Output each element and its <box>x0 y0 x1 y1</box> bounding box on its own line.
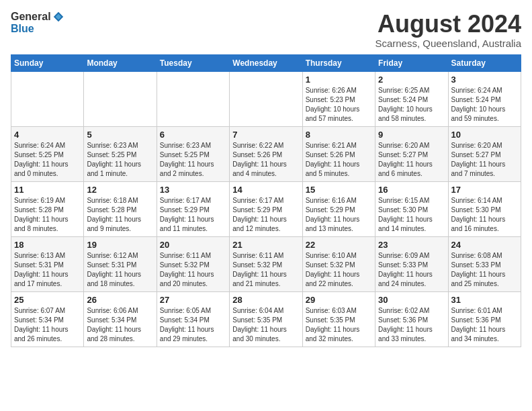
day-number: 18 <box>14 240 81 250</box>
day-info: Sunrise: 6:16 AM Sunset: 5:29 PM Dayligh… <box>306 196 372 234</box>
day-number: 15 <box>306 185 372 195</box>
weekday-header: Monday <box>84 54 157 71</box>
day-info: Sunrise: 6:23 AM Sunset: 5:25 PM Dayligh… <box>160 141 226 179</box>
calendar-cell: 4Sunrise: 6:24 AM Sunset: 5:25 PM Daylig… <box>11 126 84 181</box>
calendar-week-row: 11Sunrise: 6:19 AM Sunset: 5:28 PM Dayli… <box>11 181 521 236</box>
calendar-cell: 25Sunrise: 6:07 AM Sunset: 5:34 PM Dayli… <box>11 291 84 347</box>
day-info: Sunrise: 6:26 AM Sunset: 5:23 PM Dayligh… <box>306 86 372 124</box>
day-number: 27 <box>160 295 226 305</box>
day-number: 25 <box>14 295 81 305</box>
day-number: 3 <box>451 75 518 85</box>
logo: General Blue <box>11 11 64 35</box>
calendar-cell: 15Sunrise: 6:16 AM Sunset: 5:29 PM Dayli… <box>302 181 375 236</box>
day-number: 17 <box>451 185 518 195</box>
month-year: August 2024 <box>375 11 521 38</box>
day-number: 14 <box>232 185 299 195</box>
day-number: 13 <box>160 185 226 195</box>
calendar-cell: 24Sunrise: 6:08 AM Sunset: 5:33 PM Dayli… <box>448 236 521 291</box>
weekday-header: Saturday <box>448 54 521 71</box>
day-number: 8 <box>306 130 372 140</box>
day-number: 2 <box>378 75 445 85</box>
day-number: 16 <box>378 185 445 195</box>
day-info: Sunrise: 6:23 AM Sunset: 5:25 PM Dayligh… <box>87 141 153 179</box>
weekday-header: Tuesday <box>157 54 229 71</box>
calendar-cell: 2Sunrise: 6:25 AM Sunset: 5:24 PM Daylig… <box>375 71 448 126</box>
weekday-header: Friday <box>375 54 448 71</box>
day-info: Sunrise: 6:15 AM Sunset: 5:30 PM Dayligh… <box>378 196 445 234</box>
day-number: 22 <box>306 240 372 250</box>
day-info: Sunrise: 6:10 AM Sunset: 5:32 PM Dayligh… <box>306 251 372 289</box>
calendar-cell: 21Sunrise: 6:11 AM Sunset: 5:32 PM Dayli… <box>230 236 302 291</box>
calendar-cell: 22Sunrise: 6:10 AM Sunset: 5:32 PM Dayli… <box>302 236 375 291</box>
day-info: Sunrise: 6:18 AM Sunset: 5:28 PM Dayligh… <box>87 196 153 234</box>
day-number: 29 <box>306 295 372 305</box>
day-info: Sunrise: 6:21 AM Sunset: 5:26 PM Dayligh… <box>306 141 372 179</box>
day-info: Sunrise: 6:22 AM Sunset: 5:26 PM Dayligh… <box>232 141 299 179</box>
logo-blue: Blue <box>11 23 34 35</box>
calendar-week-row: 1Sunrise: 6:26 AM Sunset: 5:23 PM Daylig… <box>11 71 521 126</box>
day-info: Sunrise: 6:07 AM Sunset: 5:34 PM Dayligh… <box>14 306 81 344</box>
calendar-cell: 18Sunrise: 6:13 AM Sunset: 5:31 PM Dayli… <box>11 236 84 291</box>
day-number: 24 <box>451 240 518 250</box>
day-info: Sunrise: 6:20 AM Sunset: 5:27 PM Dayligh… <box>451 141 518 179</box>
day-info: Sunrise: 6:17 AM Sunset: 5:29 PM Dayligh… <box>160 196 226 234</box>
day-info: Sunrise: 6:03 AM Sunset: 5:35 PM Dayligh… <box>306 306 372 344</box>
day-info: Sunrise: 6:13 AM Sunset: 5:31 PM Dayligh… <box>14 251 81 289</box>
calendar-cell: 30Sunrise: 6:02 AM Sunset: 5:36 PM Dayli… <box>375 291 448 347</box>
calendar-week-row: 4Sunrise: 6:24 AM Sunset: 5:25 PM Daylig… <box>11 126 521 181</box>
day-info: Sunrise: 6:09 AM Sunset: 5:33 PM Dayligh… <box>378 251 445 289</box>
day-info: Sunrise: 6:04 AM Sunset: 5:35 PM Dayligh… <box>232 306 299 344</box>
calendar-cell: 16Sunrise: 6:15 AM Sunset: 5:30 PM Dayli… <box>375 181 448 236</box>
calendar-table: SundayMondayTuesdayWednesdayThursdayFrid… <box>11 54 521 347</box>
day-number: 20 <box>160 240 226 250</box>
weekday-header: Thursday <box>302 54 375 71</box>
weekday-header: Sunday <box>11 54 84 71</box>
calendar-week-row: 25Sunrise: 6:07 AM Sunset: 5:34 PM Dayli… <box>11 291 521 347</box>
calendar-cell: 14Sunrise: 6:17 AM Sunset: 5:29 PM Dayli… <box>230 181 302 236</box>
day-info: Sunrise: 6:08 AM Sunset: 5:33 PM Dayligh… <box>451 251 518 289</box>
calendar-cell: 28Sunrise: 6:04 AM Sunset: 5:35 PM Dayli… <box>230 291 302 347</box>
calendar-cell: 7Sunrise: 6:22 AM Sunset: 5:26 PM Daylig… <box>230 126 302 181</box>
location: Scarness, Queensland, Australia <box>375 38 521 49</box>
day-info: Sunrise: 6:24 AM Sunset: 5:25 PM Dayligh… <box>14 141 81 179</box>
day-info: Sunrise: 6:14 AM Sunset: 5:30 PM Dayligh… <box>451 196 518 234</box>
day-info: Sunrise: 6:19 AM Sunset: 5:28 PM Dayligh… <box>14 196 81 234</box>
calendar-cell: 12Sunrise: 6:18 AM Sunset: 5:28 PM Dayli… <box>84 181 157 236</box>
day-info: Sunrise: 6:01 AM Sunset: 5:36 PM Dayligh… <box>451 306 518 344</box>
calendar-cell: 17Sunrise: 6:14 AM Sunset: 5:30 PM Dayli… <box>448 181 521 236</box>
calendar-cell: 8Sunrise: 6:21 AM Sunset: 5:26 PM Daylig… <box>302 126 375 181</box>
day-info: Sunrise: 6:11 AM Sunset: 5:32 PM Dayligh… <box>232 251 299 289</box>
calendar-cell: 10Sunrise: 6:20 AM Sunset: 5:27 PM Dayli… <box>448 126 521 181</box>
day-number: 1 <box>306 75 372 85</box>
day-info: Sunrise: 6:02 AM Sunset: 5:36 PM Dayligh… <box>378 306 445 344</box>
day-number: 6 <box>160 130 226 140</box>
day-number: 11 <box>14 185 81 195</box>
day-number: 9 <box>378 130 445 140</box>
calendar-cell: 26Sunrise: 6:06 AM Sunset: 5:34 PM Dayli… <box>84 291 157 347</box>
day-number: 30 <box>378 295 445 305</box>
day-number: 12 <box>87 185 153 195</box>
day-number: 23 <box>378 240 445 250</box>
day-info: Sunrise: 6:20 AM Sunset: 5:27 PM Dayligh… <box>378 141 445 179</box>
logo-icon <box>52 11 64 23</box>
calendar-cell <box>84 71 157 126</box>
title-block: August 2024 Scarness, Queensland, Austra… <box>375 11 521 49</box>
calendar-cell <box>11 71 84 126</box>
day-info: Sunrise: 6:05 AM Sunset: 5:34 PM Dayligh… <box>160 306 226 344</box>
weekday-header-row: SundayMondayTuesdayWednesdayThursdayFrid… <box>11 54 521 71</box>
day-number: 26 <box>87 295 153 305</box>
day-info: Sunrise: 6:06 AM Sunset: 5:34 PM Dayligh… <box>87 306 153 344</box>
page-header: General Blue August 2024 Scarness, Queen… <box>11 11 521 49</box>
calendar-cell: 31Sunrise: 6:01 AM Sunset: 5:36 PM Dayli… <box>448 291 521 347</box>
calendar-cell: 23Sunrise: 6:09 AM Sunset: 5:33 PM Dayli… <box>375 236 448 291</box>
day-info: Sunrise: 6:24 AM Sunset: 5:24 PM Dayligh… <box>451 86 518 124</box>
calendar-cell: 5Sunrise: 6:23 AM Sunset: 5:25 PM Daylig… <box>84 126 157 181</box>
day-number: 31 <box>451 295 518 305</box>
day-info: Sunrise: 6:25 AM Sunset: 5:24 PM Dayligh… <box>378 86 445 124</box>
day-info: Sunrise: 6:12 AM Sunset: 5:31 PM Dayligh… <box>87 251 153 289</box>
logo-general: General <box>11 11 51 23</box>
day-number: 4 <box>14 130 81 140</box>
day-number: 10 <box>451 130 518 140</box>
day-number: 21 <box>232 240 299 250</box>
day-number: 28 <box>232 295 299 305</box>
